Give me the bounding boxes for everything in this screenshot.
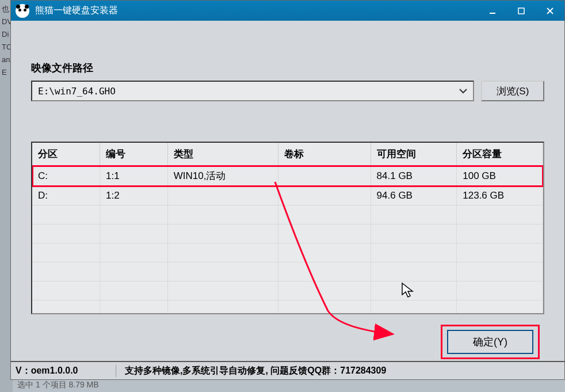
image-path-value: E:\win7_64.GHO: [38, 86, 116, 97]
cell-type: [167, 187, 278, 205]
header-label[interactable]: 卷标: [278, 143, 371, 166]
header-capacity[interactable]: 分区容量: [457, 143, 543, 166]
titlebar[interactable]: 熊猫一键硬盘安装器: [11, 1, 564, 21]
empty-row: [32, 281, 543, 300]
table-row[interactable]: D:1:294.6 GB123.6 GB: [32, 187, 543, 205]
support-text: 支持多种镜像,多系统引导自动修复, 问题反馈QQ群：717284309: [116, 365, 560, 377]
statusbar: V：oem1.0.0.0 支持多种镜像,多系统引导自动修复, 问题反馈QQ群：7…: [11, 361, 564, 379]
installer-window: 熊猫一键硬盘安装器 映像文件路径 E:\win7_64.GHO 浏览(S: [10, 0, 565, 380]
cell-number: 1:2: [100, 187, 168, 205]
explorer-status: 选中 1 个项目 8.79 MB: [13, 378, 104, 392]
cell-free_space: 84.1 GB: [371, 166, 457, 187]
table-header-row: 分区 编号 类型 卷标 可用空间 分区容量: [32, 143, 543, 166]
app-icon: [16, 4, 29, 18]
partition-table: 分区 编号 类型 卷标 可用空间 分区容量 C:1:1WIN10,活动84.1 …: [31, 142, 544, 314]
cell-partition: D:: [32, 187, 100, 205]
browse-button[interactable]: 浏览(S): [481, 81, 544, 101]
empty-row: [32, 224, 543, 243]
window-title: 熊猫一键硬盘安装器: [35, 5, 118, 17]
header-number[interactable]: 编号: [100, 143, 168, 166]
image-path-select[interactable]: E:\win7_64.GHO: [31, 81, 474, 101]
cell-capacity: 100 GB: [457, 166, 543, 187]
ok-button-highlight: 确定(Y): [441, 325, 540, 359]
header-partition[interactable]: 分区: [32, 143, 100, 166]
maximize-button[interactable]: [507, 1, 536, 21]
svg-rect-1: [518, 8, 524, 14]
image-path-label: 映像文件路径: [31, 61, 544, 75]
empty-row: [32, 262, 543, 281]
cell-partition: C:: [32, 166, 100, 187]
cell-label: [278, 187, 371, 205]
empty-row: [32, 300, 543, 315]
empty-row: [32, 205, 543, 224]
cell-label: [278, 166, 371, 187]
version-text: V：oem1.0.0.0: [16, 365, 116, 377]
empty-row: [32, 243, 543, 262]
cell-capacity: 123.6 GB: [457, 187, 543, 205]
chevron-down-icon: [459, 86, 467, 96]
ok-button[interactable]: 确定(Y): [447, 330, 533, 354]
close-button[interactable]: [536, 1, 564, 21]
cell-free_space: 94.6 GB: [371, 187, 457, 205]
cell-number: 1:1: [100, 166, 168, 187]
header-free[interactable]: 可用空间: [371, 143, 457, 166]
content-area: 映像文件路径 E:\win7_64.GHO 浏览(S) 分区: [11, 21, 564, 361]
minimize-button[interactable]: [478, 1, 507, 21]
header-type[interactable]: 类型: [167, 143, 278, 166]
table-row[interactable]: C:1:1WIN10,活动84.1 GB100 GB: [32, 166, 543, 187]
cell-type: WIN10,活动: [167, 166, 278, 187]
